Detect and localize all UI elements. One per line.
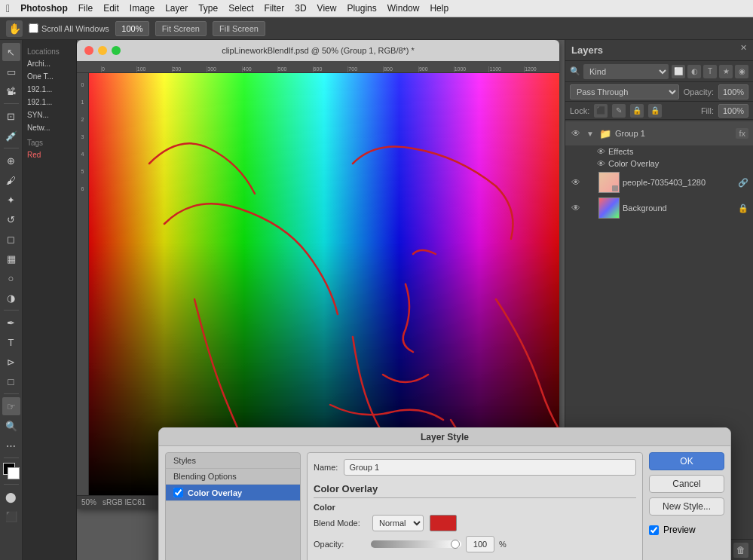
gradient-tool[interactable]: ▦ — [2, 249, 20, 268]
dialog-preview-checkbox[interactable] — [649, 525, 659, 535]
menu-image[interactable]: Image — [130, 3, 155, 14]
shape-tool[interactable]: □ — [2, 372, 20, 390]
color-overlay-checkbox[interactable] — [173, 488, 183, 497]
menu-photoshop[interactable]: Photoshop — [20, 3, 68, 14]
sidebar-archive[interactable]: Archi... — [23, 57, 76, 70]
fit-screen-button[interactable]: Fit Screen — [155, 21, 207, 36]
color-swatches[interactable] — [3, 463, 20, 479]
lasso-tool[interactable]: 📽 — [2, 82, 20, 100]
lock-position-icon[interactable]: ✎ — [612, 104, 626, 118]
path-selection-tool[interactable]: ⊳ — [2, 353, 20, 371]
dialog-ok-button[interactable]: OK — [649, 452, 724, 470]
clone-stamp-tool[interactable]: ✦ — [2, 191, 20, 209]
layer-background-visibility[interactable]: 👁 — [570, 202, 582, 214]
menu-type[interactable]: Type — [198, 3, 218, 14]
type-filter-icon[interactable]: T — [703, 65, 717, 78]
scroll-all-checkbox-input[interactable] — [29, 23, 38, 33]
menu-view[interactable]: View — [317, 3, 337, 14]
background-color[interactable] — [8, 467, 20, 479]
menu-3d[interactable]: 3D — [295, 3, 306, 14]
menu-file[interactable]: File — [78, 3, 93, 14]
layer-group1[interactable]: 👁 ▼ 📁 Group 1 fx — [565, 121, 753, 145]
pixel-filter-icon[interactable]: ⬜ — [672, 65, 685, 78]
eyedropper-tool[interactable]: 💉 — [2, 127, 20, 145]
sidebar-syn[interactable]: SYN... — [23, 109, 76, 121]
delete-layer-button[interactable]: 🗑 — [733, 543, 748, 558]
scroll-all-windows-checkbox[interactable]: Scroll All Windows — [29, 23, 109, 33]
rectangular-marquee-tool[interactable]: ▭ — [2, 63, 20, 81]
sidebar-192-2[interactable]: 192.1... — [23, 96, 76, 109]
maximize-button[interactable] — [112, 46, 121, 55]
crop-tool[interactable]: ⊡ — [2, 107, 20, 125]
dodge-tool[interactable]: ◑ — [2, 289, 20, 307]
menu-plugins[interactable]: Plugins — [347, 3, 376, 14]
layer-style-dialog[interactable]: Layer Style Styles Blending Options Colo… — [158, 427, 731, 560]
canvas-zoom-status: 50% — [81, 498, 96, 506]
extra-tools[interactable]: ⋯ — [2, 436, 20, 454]
layer-group1-visibility[interactable]: 👁 — [570, 127, 582, 139]
dialog-cancel-button[interactable]: Cancel — [649, 475, 724, 493]
color-overlay-eye-icon[interactable]: 👁 — [597, 159, 605, 168]
pen-tool[interactable]: ✒ — [2, 314, 20, 332]
move-tool[interactable]: ↖ — [2, 43, 20, 61]
layer-background[interactable]: 👁 Background 🔒 — [565, 195, 753, 221]
kind-select[interactable]: Kind Name Effect Mode — [583, 64, 669, 79]
apple-menu[interactable]:  — [6, 2, 10, 14]
sidebar-one-t[interactable]: One T... — [23, 70, 76, 83]
layer-people-visibility[interactable]: 👁 — [570, 176, 582, 188]
quick-mask-tool[interactable]: ⬤ — [2, 488, 20, 506]
dialog-preview-label: Preview — [663, 525, 696, 535]
ruler-tick-100: 100 — [136, 66, 172, 72]
layer-people[interactable]: 👁 people-7035403_1280 🔗 — [565, 170, 753, 195]
menu-layer[interactable]: Layer — [165, 3, 188, 14]
blur-tool[interactable]: ○ — [2, 269, 20, 287]
lock-artboard-icon[interactable]: 🔒 — [630, 104, 644, 118]
smart-filter-icon[interactable]: ◉ — [735, 65, 748, 78]
dialog-name-input[interactable] — [344, 459, 636, 476]
fill-input[interactable] — [718, 104, 748, 118]
brush-tool[interactable]: 🖌 — [2, 171, 20, 189]
sidebar-netw[interactable]: Netw... — [23, 121, 76, 134]
dialog-blend-mode-select[interactable]: Normal Multiply Screen Overlay — [372, 515, 424, 531]
fill-screen-button[interactable]: Fill Screen — [213, 21, 265, 36]
dialog-styles-item[interactable]: Styles — [166, 453, 300, 469]
menu-select[interactable]: Select — [228, 3, 253, 14]
zoom-input[interactable] — [115, 21, 149, 36]
lock-all-icon[interactable]: 🔒 — [648, 104, 662, 118]
dialog-opacity-slider-thumb[interactable] — [451, 540, 460, 549]
panel-close-button[interactable]: ✕ — [740, 43, 747, 53]
effects-eye-icon[interactable]: 👁 — [597, 147, 605, 156]
color-swatch[interactable] — [430, 515, 457, 531]
sidebar-tag-red[interactable]: Red — [23, 148, 76, 161]
dialog-blending-options-item[interactable]: Blending Options — [166, 469, 300, 485]
minimize-button[interactable] — [98, 46, 107, 55]
dialog-color-overlay-item[interactable]: Color Overlay — [166, 485, 300, 501]
shape-filter-icon[interactable]: ★ — [719, 65, 733, 78]
menu-window[interactable]: Window — [387, 3, 420, 14]
hand-tool-icon[interactable]: ✋ — [6, 20, 23, 37]
layer-group1-expand[interactable]: ▼ — [585, 128, 595, 139]
healing-brush-tool[interactable]: ⊕ — [2, 151, 20, 170]
dialog-new-style-button[interactable]: New Style... — [649, 497, 724, 516]
lock-pixels-icon[interactable]: ⬛ — [594, 104, 608, 118]
dialog-opacity-value-input[interactable] — [466, 536, 494, 552]
menu-filter[interactable]: Filter — [265, 3, 285, 14]
layer-people-lock[interactable]: 🔗 — [738, 178, 748, 188]
screen-mode-tool[interactable]: ⬛ — [2, 507, 20, 525]
blend-mode-select[interactable]: Pass Through Normal Multiply Screen — [570, 84, 679, 99]
zoom-tool[interactable]: 🔍 — [2, 417, 20, 435]
history-brush-tool[interactable]: ↺ — [2, 210, 20, 228]
eraser-tool[interactable]: ◻ — [2, 230, 20, 248]
layer-group1-fx[interactable]: fx — [736, 128, 748, 139]
sidebar-192-1[interactable]: 192.1... — [23, 83, 76, 96]
menu-help[interactable]: Help — [430, 3, 448, 14]
dialog-opacity-slider[interactable] — [371, 540, 461, 548]
close-button[interactable] — [84, 46, 93, 55]
menu-edit[interactable]: Edit — [103, 3, 119, 14]
opacity-input[interactable] — [718, 84, 748, 99]
toolbar-separator-1 — [4, 103, 19, 104]
text-tool[interactable]: T — [2, 333, 20, 351]
adjustment-filter-icon[interactable]: ◐ — [687, 65, 701, 78]
options-bar: ✋ Scroll All Windows Fit Screen Fill Scr… — [0, 17, 753, 40]
hand-tool[interactable]: ☞ — [2, 397, 20, 415]
